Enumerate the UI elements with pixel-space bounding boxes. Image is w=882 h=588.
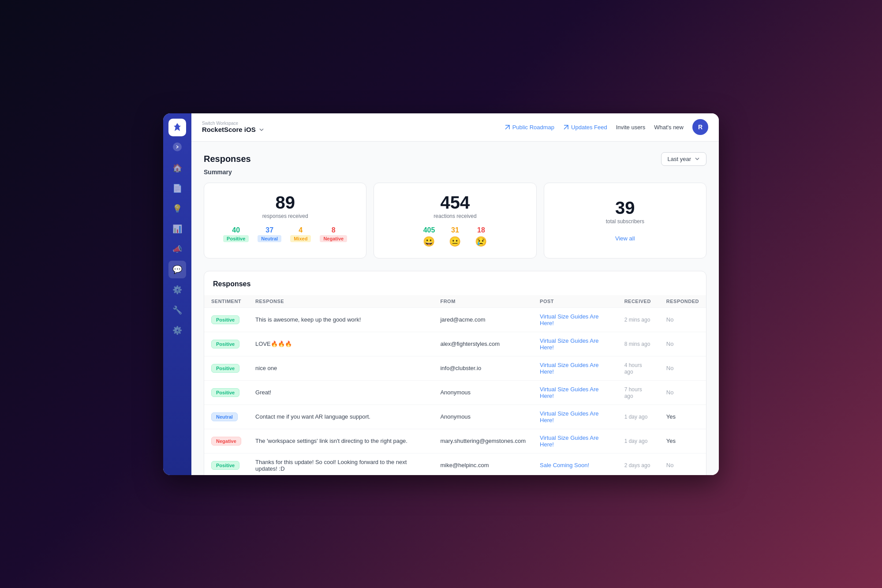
cell-post-5: Virtual Size Guides Are Here! <box>533 429 617 453</box>
sidebar-item-developer[interactable]: 🔧 <box>168 301 186 319</box>
sentiment-badge-2: Positive <box>211 364 239 373</box>
cell-response-3: Great! <box>248 380 433 404</box>
cell-post-0: Virtual Size Guides Are Here! <box>533 307 617 332</box>
sidebar-toggle[interactable] <box>173 142 182 151</box>
cell-post-4: Virtual Size Guides Are Here! <box>533 404 617 429</box>
cell-sentiment-1: Positive <box>204 332 248 356</box>
subscribers-summary-card: 39 total subscribers View all <box>544 183 706 258</box>
date-filter-select[interactable]: Last year <box>661 152 706 166</box>
cell-sentiment-3: Positive <box>204 380 248 404</box>
reaction-positive-count: 405 <box>423 226 435 234</box>
post-link-2[interactable]: Virtual Size Guides Are Here! <box>540 362 598 375</box>
responses-table: Sentiment Response From Post Received Re… <box>204 295 706 475</box>
sentiment-badge-1: Positive <box>211 340 239 348</box>
reactions-count: 454 <box>383 194 527 211</box>
reactions-stats: 405 😀 31 😐 18 😢 <box>383 226 527 247</box>
user-avatar[interactable]: R <box>692 119 708 135</box>
cell-sentiment-2: Positive <box>204 356 248 380</box>
reaction-negative-count: 18 <box>477 226 485 234</box>
dropdown-icon[interactable] <box>258 127 265 133</box>
cell-response-1: LOVE🔥🔥🔥 <box>248 332 433 356</box>
sidebar-item-home[interactable]: 🏠 <box>168 159 186 177</box>
cell-response-6: Thanks for this update! So cool! Looking… <box>248 453 433 475</box>
cell-from-6: mike@helpinc.com <box>433 453 533 475</box>
cell-responded-6: No <box>659 453 706 475</box>
emoji-sad: 😢 <box>475 236 487 247</box>
post-link-3[interactable]: Virtual Size Guides Are Here! <box>540 386 598 399</box>
post-link-0[interactable]: Virtual Size Guides Are Here! <box>540 313 598 326</box>
positive-count: 40 <box>232 226 240 234</box>
reaction-neutral: 31 😐 <box>449 226 461 247</box>
sidebar-item-ideas[interactable]: 💡 <box>168 200 186 217</box>
emoji-neutral: 😐 <box>449 236 461 247</box>
post-link-4[interactable]: Virtual Size Guides Are Here! <box>540 410 598 423</box>
cell-sentiment-4: Neutral <box>204 404 248 429</box>
cell-from-2: info@clubster.io <box>433 356 533 380</box>
cell-response-5: The 'workspace settings' link isn't dire… <box>248 429 433 453</box>
page-content: Responses Last year Summary 89 responses… <box>191 142 719 475</box>
cell-responded-3: No <box>659 380 706 404</box>
col-responded: Responded <box>659 295 706 308</box>
cell-responded-5: Yes <box>659 429 706 453</box>
sidebar-item-settings[interactable]: ⚙️ <box>168 281 186 299</box>
updates-feed-link[interactable]: Updates Feed <box>563 124 607 131</box>
sidebar-item-documents[interactable]: 📄 <box>168 180 186 197</box>
col-response: Response <box>248 295 433 308</box>
sidebar-item-responses[interactable]: 💬 <box>168 261 186 278</box>
app-container: 🏠 📄 💡 📊 📣 💬 ⚙️ 🔧 ⚙️ Switch Workspace Roc… <box>163 113 719 475</box>
page-title: Responses <box>204 154 251 164</box>
post-link-1[interactable]: Virtual Size Guides Are Here! <box>540 337 598 351</box>
sidebar-item-config[interactable]: ⚙️ <box>168 322 186 339</box>
sentiment-badge-0: Positive <box>211 315 239 324</box>
stat-positive: 40 Positive <box>223 226 249 242</box>
cell-from-3: Anonymous <box>433 380 533 404</box>
col-from: From <box>433 295 533 308</box>
sidebar: 🏠 📄 💡 📊 📣 💬 ⚙️ 🔧 ⚙️ <box>163 113 191 475</box>
cell-received-6: 2 days ago <box>617 453 659 475</box>
cell-responded-4: Yes <box>659 404 706 429</box>
cell-post-3: Virtual Size Guides Are Here! <box>533 380 617 404</box>
cell-responded-0: No <box>659 307 706 332</box>
external-link-icon-2 <box>563 124 569 130</box>
mixed-count: 4 <box>299 226 303 234</box>
sidebar-item-analytics[interactable]: 📊 <box>168 220 186 238</box>
reaction-positive: 405 😀 <box>423 226 435 247</box>
reaction-neutral-count: 31 <box>451 226 459 234</box>
cell-sentiment-5: Negative <box>204 429 248 453</box>
cell-responded-2: No <box>659 356 706 380</box>
view-all-link[interactable]: View all <box>615 235 635 242</box>
col-sentiment: Sentiment <box>204 295 248 308</box>
neutral-label: Neutral <box>258 235 281 242</box>
main-content: Switch Workspace RocketScore iOS Public … <box>191 113 719 475</box>
chevron-down-icon <box>695 156 700 161</box>
table-row: Negative The 'workspace settings' link i… <box>204 429 706 453</box>
cell-sentiment-0: Positive <box>204 307 248 332</box>
sentiment-badge-3: Positive <box>211 388 239 397</box>
post-link-5[interactable]: Virtual Size Guides Are Here! <box>540 434 598 448</box>
post-link-6[interactable]: Sale Coming Soon! <box>540 462 589 468</box>
cell-from-5: mary.shuttering@gemstones.com <box>433 429 533 453</box>
sidebar-logo[interactable] <box>168 119 186 136</box>
responses-stats: 40 Positive 37 Neutral 4 Mixed 8 <box>213 226 357 242</box>
responses-count: 89 <box>213 194 357 211</box>
table-header: Sentiment Response From Post Received Re… <box>204 295 706 308</box>
invite-users-link[interactable]: Invite users <box>616 124 645 131</box>
positive-label: Positive <box>223 235 249 242</box>
negative-count: 8 <box>332 226 336 234</box>
whats-new-link[interactable]: What's new <box>654 124 684 131</box>
responses-summary-card: 89 responses received 40 Positive 37 Neu… <box>204 183 366 258</box>
cell-post-1: Virtual Size Guides Are Here! <box>533 332 617 356</box>
workspace-name: RocketScore iOS <box>202 126 265 133</box>
cell-from-4: Anonymous <box>433 404 533 429</box>
public-roadmap-link[interactable]: Public Roadmap <box>505 124 554 131</box>
cell-received-3: 7 hours ago <box>617 380 659 404</box>
cell-response-0: This is awesome, keep up the good work! <box>248 307 433 332</box>
cell-post-2: Virtual Size Guides Are Here! <box>533 356 617 380</box>
workspace-label: Switch Workspace <box>202 121 265 126</box>
header-nav: Public Roadmap Updates Feed Invite users… <box>505 119 708 135</box>
subscribers-count: 39 <box>615 199 635 217</box>
neutral-count: 37 <box>265 226 273 234</box>
page-header: Responses Last year <box>204 152 706 166</box>
subscribers-label: total subscribers <box>606 218 644 225</box>
sidebar-item-announcements[interactable]: 📣 <box>168 240 186 258</box>
